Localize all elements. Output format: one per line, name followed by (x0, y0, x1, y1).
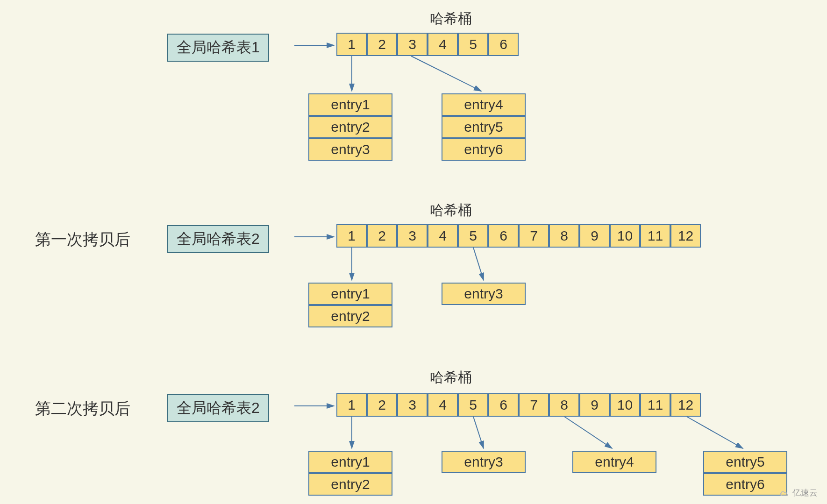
entry-col-s3-c2: entry3 (442, 451, 526, 473)
bucket-title-3: 哈希桶 (430, 368, 472, 387)
watermark-text: 亿速云 (792, 487, 818, 498)
hash-table-box-3: 全局哈希表2 (167, 394, 269, 422)
bucket-row-2: 1 2 3 4 5 6 7 8 9 10 11 12 (336, 224, 701, 248)
bucket-cell: 3 (397, 393, 428, 417)
bucket-cell: 1 (336, 224, 367, 248)
entry-col-s3-c3: entry4 (572, 451, 656, 473)
entry-cell: entry5 (703, 451, 787, 473)
bucket-title-1: 哈希桶 (430, 9, 472, 28)
svg-line-5 (473, 248, 484, 280)
entry-cell: entry1 (308, 451, 392, 473)
entry-cell: entry2 (308, 116, 392, 138)
entry-col-s2-c1: entry1 entry2 (308, 283, 392, 327)
bucket-cell: 7 (519, 393, 549, 417)
bucket-cell: 4 (428, 224, 458, 248)
bucket-cell: 4 (428, 33, 458, 56)
bucket-cell: 4 (428, 393, 458, 417)
bucket-cell: 11 (640, 393, 670, 417)
bucket-title-2: 哈希桶 (430, 201, 472, 220)
entry-col-s3-c4: entry5 entry6 (703, 451, 787, 496)
bucket-cell: 6 (488, 224, 519, 248)
bucket-cell: 3 (397, 33, 428, 56)
svg-line-8 (473, 417, 484, 448)
phase-label-2: 第一次拷贝后 (35, 229, 130, 250)
entry-cell: entry3 (442, 451, 526, 473)
bucket-cell: 2 (367, 393, 397, 417)
entry-cell: entry1 (308, 93, 392, 116)
cloud-icon (779, 489, 790, 497)
bucket-cell: 1 (336, 33, 367, 56)
entry-cell: entry2 (308, 305, 392, 327)
bucket-cell: 6 (488, 33, 519, 56)
bucket-cell: 12 (670, 393, 701, 417)
bucket-cell: 5 (458, 33, 488, 56)
watermark: 亿速云 (779, 487, 818, 498)
connector-arrows (0, 0, 827, 504)
bucket-cell: 8 (549, 393, 579, 417)
bucket-cell: 6 (488, 393, 519, 417)
entry-cell: entry3 (308, 138, 392, 161)
bucket-cell: 12 (670, 224, 701, 248)
entry-cell: entry6 (703, 473, 787, 496)
entry-cell: entry4 (572, 451, 656, 473)
entry-cell: entry6 (442, 138, 526, 161)
svg-line-9 (564, 417, 612, 448)
bucket-cell: 3 (397, 224, 428, 248)
hash-table-box-1: 全局哈希表1 (167, 34, 269, 62)
bucket-row-1: 1 2 3 4 5 6 (336, 33, 519, 56)
bucket-cell: 8 (549, 224, 579, 248)
phase-label-3: 第二次拷贝后 (35, 398, 130, 419)
bucket-cell: 10 (610, 224, 640, 248)
entry-cell: entry3 (442, 283, 526, 305)
entry-col-s1-c2: entry4 entry5 entry6 (442, 93, 526, 161)
bucket-cell: 9 (579, 224, 610, 248)
bucket-cell: 2 (367, 33, 397, 56)
bucket-cell: 2 (367, 224, 397, 248)
bucket-cell: 7 (519, 224, 549, 248)
entry-col-s2-c2: entry3 (442, 283, 526, 305)
svg-line-2 (411, 56, 481, 91)
entry-cell: entry4 (442, 93, 526, 116)
hash-table-box-2: 全局哈希表2 (167, 225, 269, 253)
bucket-cell: 5 (458, 224, 488, 248)
entry-cell: entry1 (308, 283, 392, 305)
bucket-cell: 10 (610, 393, 640, 417)
svg-line-10 (687, 417, 743, 448)
bucket-cell: 5 (458, 393, 488, 417)
entry-col-s1-c1: entry1 entry2 entry3 (308, 93, 392, 161)
bucket-cell: 11 (640, 224, 670, 248)
bucket-cell: 9 (579, 393, 610, 417)
bucket-row-3: 1 2 3 4 5 6 7 8 9 10 11 12 (336, 393, 701, 417)
entry-cell: entry5 (442, 116, 526, 138)
entry-cell: entry2 (308, 473, 392, 496)
bucket-cell: 1 (336, 393, 367, 417)
entry-col-s3-c1: entry1 entry2 (308, 451, 392, 496)
